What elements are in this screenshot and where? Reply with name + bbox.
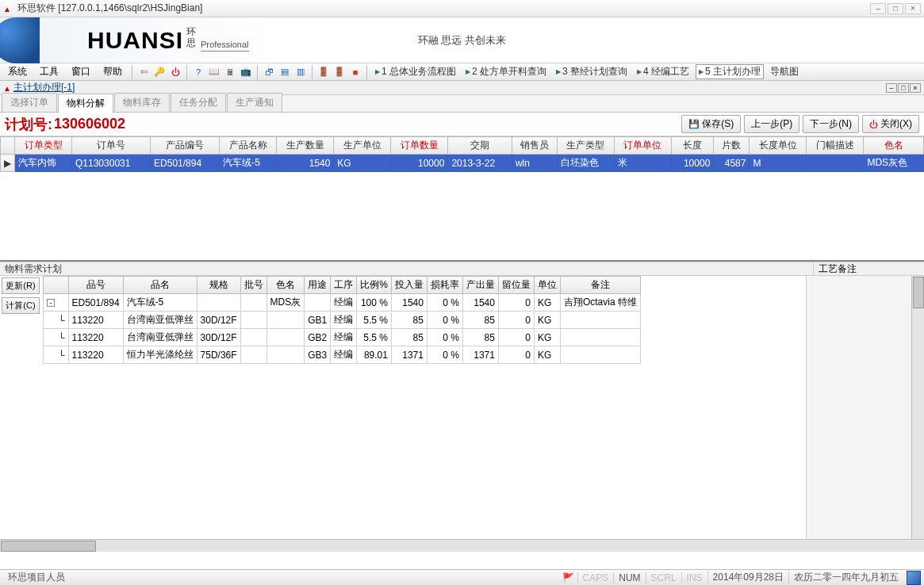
order-col-header[interactable]: 生产数量 xyxy=(277,137,334,155)
tb-door1-icon[interactable]: 🚪 xyxy=(317,66,330,78)
order-cell[interactable] xyxy=(807,155,864,172)
material-cell[interactable]: 1540 xyxy=(462,294,498,312)
material-cell[interactable]: 30D/12F xyxy=(197,329,240,346)
order-cell[interactable]: 汽车内饰 xyxy=(15,155,72,172)
table-row[interactable]: └113220台湾南亚低弹丝30D/12FGB1经编5.5 %850 %850K… xyxy=(44,312,641,329)
tb-door2-icon[interactable]: 🚪 xyxy=(333,66,346,78)
material-cell[interactable]: 85 xyxy=(391,329,427,346)
material-cell[interactable]: GB3 xyxy=(305,346,331,364)
order-col-header[interactable]: 订单数量 xyxy=(391,137,448,155)
material-cell[interactable]: GB1 xyxy=(305,312,331,329)
material-cell[interactable]: MDS灰 xyxy=(266,294,305,312)
material-col-header[interactable] xyxy=(44,277,69,294)
material-cell[interactable]: 89.01 xyxy=(357,346,392,364)
menu-system[interactable]: 系统 xyxy=(3,63,32,80)
material-col-header[interactable]: 批号 xyxy=(240,277,266,294)
tree-cell[interactable]: - xyxy=(44,294,69,312)
material-cell[interactable]: 5.5 % xyxy=(357,329,392,346)
table-row[interactable]: -ED501/894汽车绒-5MDS灰经编100 %15400 %15400KG… xyxy=(44,294,641,312)
material-cell[interactable]: 85 xyxy=(391,312,427,329)
tb-help-icon[interactable]: ? xyxy=(192,66,205,78)
order-cell[interactable]: 白坯染色 xyxy=(557,155,614,172)
material-cell[interactable]: 恒力半光涤纶丝 xyxy=(123,346,197,364)
tb-exit-icon[interactable]: ⏻ xyxy=(169,66,182,78)
material-cell[interactable] xyxy=(305,294,331,312)
material-cell[interactable]: 0 % xyxy=(427,329,462,346)
order-col-header[interactable]: 产品名称 xyxy=(220,137,277,155)
material-col-header[interactable]: 色名 xyxy=(266,277,305,294)
refresh-button[interactable]: 更新(R) xyxy=(2,277,40,294)
order-cell[interactable]: 米 xyxy=(614,155,671,172)
collapse-icon[interactable]: - xyxy=(47,299,55,307)
menu-help[interactable]: 帮助 xyxy=(98,63,127,80)
order-col-header[interactable]: 生产单位 xyxy=(334,137,391,155)
child-close-button[interactable]: × xyxy=(910,83,921,93)
material-cell[interactable]: 75D/36F xyxy=(197,346,240,364)
material-cell[interactable] xyxy=(240,346,266,364)
tab-material-stock[interactable]: 物料库存 xyxy=(114,93,170,112)
nav-warp-plan[interactable]: ▶3 整经计划查询 xyxy=(553,64,631,79)
next-button[interactable]: 下一步(N) xyxy=(803,115,859,133)
tb-tilev-icon[interactable]: ▥ xyxy=(294,66,307,78)
material-cell[interactable] xyxy=(266,346,305,364)
maximize-button[interactable]: □ xyxy=(888,3,903,14)
material-cell[interactable]: 台湾南亚低弹丝 xyxy=(123,329,197,346)
order-col-header[interactable]: 长度单位 xyxy=(750,137,807,155)
material-col-header[interactable]: 单位 xyxy=(534,277,560,294)
material-cell[interactable]: KG xyxy=(534,294,560,312)
order-col-header[interactable]: 长度 xyxy=(671,137,714,155)
material-cell[interactable]: 台湾南亚低弹丝 xyxy=(123,312,197,329)
material-cell[interactable]: 经编 xyxy=(331,294,357,312)
resize-grip-icon[interactable] xyxy=(907,571,921,585)
tb-key-icon[interactable]: 🔑 xyxy=(153,66,166,78)
tb-cascade-icon[interactable]: 🗗 xyxy=(263,66,275,78)
order-cell[interactable]: MDS灰色 xyxy=(864,155,924,172)
order-cell[interactable]: 2013-3-22 xyxy=(448,155,512,172)
tb-tv-icon[interactable]: 📺 xyxy=(240,66,252,78)
material-cell[interactable] xyxy=(560,346,640,364)
material-cell[interactable]: 0 xyxy=(498,312,534,329)
tb-tileh-icon[interactable]: ▤ xyxy=(278,66,291,78)
material-cell[interactable]: 113220 xyxy=(68,346,123,364)
material-cell[interactable]: KG xyxy=(534,329,560,346)
material-col-header[interactable]: 损耗率 xyxy=(427,277,462,294)
order-col-header[interactable]: 生产类型 xyxy=(557,137,614,155)
menu-window[interactable]: 窗口 xyxy=(67,63,95,80)
material-cell[interactable] xyxy=(197,294,240,312)
order-cell[interactable]: ED501/894 xyxy=(151,155,220,172)
order-cell[interactable]: M xyxy=(750,155,807,172)
tb-back-icon[interactable]: ⇦ xyxy=(137,66,150,78)
order-col-header[interactable]: 色名 xyxy=(864,137,924,155)
minimize-button[interactable]: – xyxy=(870,3,886,14)
menu-tools[interactable]: 工具 xyxy=(35,63,63,80)
order-cell[interactable]: Q113030031 xyxy=(72,155,151,172)
material-cell[interactable]: 1371 xyxy=(391,346,427,364)
table-row[interactable]: └113220恒力半光涤纶丝75D/36FGB3经编89.0113710 %13… xyxy=(44,346,641,364)
tb-book-icon[interactable]: 📖 xyxy=(208,66,220,78)
material-cell[interactable]: 5.5 % xyxy=(357,312,392,329)
tab-material-decompose[interactable]: 物料分解 xyxy=(58,94,113,113)
material-cell[interactable]: 0 % xyxy=(427,346,462,364)
tb-calc-icon[interactable]: 🖩 xyxy=(224,66,236,78)
order-cell[interactable]: wln xyxy=(512,155,557,172)
order-grid-wrap[interactable]: 订单类型订单号产品编号产品名称生产数量生产单位订单数量交期销售员生产类型订单单位… xyxy=(0,136,924,262)
material-col-header[interactable]: 产出量 xyxy=(462,277,498,294)
tb-stop-icon[interactable]: ■ xyxy=(349,66,362,78)
order-cell[interactable]: 10000 xyxy=(671,155,714,172)
order-col-header[interactable]: 订单号 xyxy=(72,137,151,155)
order-col-header[interactable]: 销售员 xyxy=(512,137,557,155)
material-cell[interactable]: GB2 xyxy=(305,329,331,346)
order-cell[interactable]: KG xyxy=(334,155,391,172)
order-cell[interactable]: 4587 xyxy=(714,155,750,172)
calc-button[interactable]: 计算(C) xyxy=(2,297,40,314)
order-col-header[interactable]: 订单类型 xyxy=(15,137,72,155)
material-col-header[interactable]: 品名 xyxy=(123,277,197,294)
order-col-header[interactable]: 门幅描述 xyxy=(807,137,864,155)
material-cell[interactable]: 经编 xyxy=(331,329,357,346)
material-cell[interactable] xyxy=(560,329,640,346)
order-col-header[interactable]: 订单单位 xyxy=(614,137,671,155)
child-min-button[interactable]: – xyxy=(886,83,897,93)
tab-production-notice[interactable]: 生产通知 xyxy=(227,93,282,112)
remark-scrollbar[interactable] xyxy=(911,276,924,539)
material-col-header[interactable]: 投入量 xyxy=(391,277,427,294)
